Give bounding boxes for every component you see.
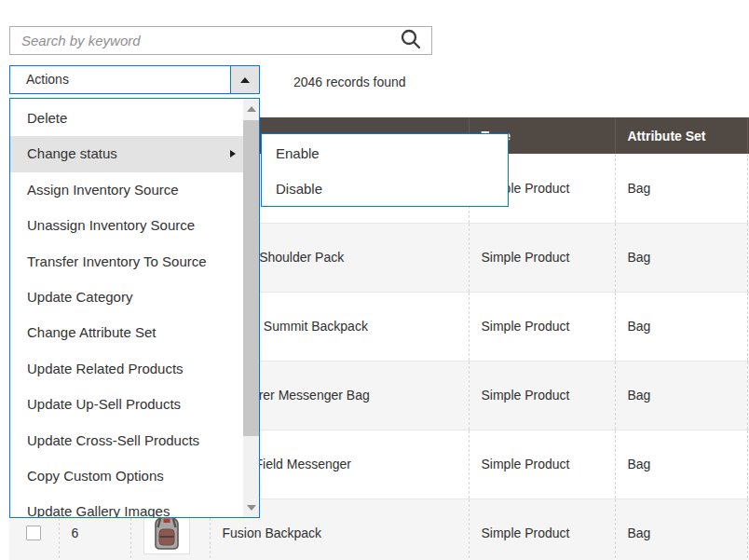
cell-attribute-set: Bag [615,154,747,223]
actions-dropdown-button[interactable]: Actions [9,65,260,94]
menu-item-unassign-inventory-source[interactable]: Unassign Inventory Source [10,208,243,243]
search-input[interactable] [10,27,390,54]
menu-item-update-category[interactable]: Update Category [10,280,243,315]
actions-button-label: Actions [10,66,230,93]
menu-item-delete[interactable]: Delete [10,101,243,136]
records-found-text: 2046 records found [293,75,406,89]
menu-item-transfer-inventory-to-source[interactable]: Transfer Inventory To Source [10,244,243,280]
menu-item-update-up-sell-products[interactable]: Update Up-Sell Products [10,387,243,422]
cell-type: Simple Product [469,499,615,560]
menu-item-label: Change status [27,145,117,161]
scrollbar-thumb[interactable] [243,120,259,436]
scroll-up-button[interactable] [243,101,259,116]
cell-attribute-set: Bag [615,223,747,292]
cell-attribute-set: Bag [615,430,747,499]
menu-scrollbar[interactable] [243,99,259,517]
actions-menu: Delete Change status Assign Inventory So… [9,98,260,518]
product-grid-page: Actions 2046 records found Type Attribut… [0,0,749,560]
chevron-up-icon [240,77,250,83]
search-icon [399,27,423,54]
menu-item-change-status[interactable]: Change status [10,136,243,171]
scroll-up-icon [247,106,256,112]
row-checkbox[interactable] [26,526,41,540]
menu-item-update-cross-sell-products[interactable]: Update Cross-Sell Products [10,423,243,458]
menu-item-change-attribute-set[interactable]: Change Attribute Set [10,315,243,350]
scroll-down-icon [247,505,256,511]
change-status-submenu: Enable Disable [261,133,509,207]
submenu-item-enable[interactable]: Enable [262,136,508,171]
menu-item-copy-custom-options[interactable]: Copy Custom Options [10,458,243,494]
cell-attribute-set: Bag [615,361,747,430]
column-header-attribute-set[interactable]: Attribute Set [615,117,747,154]
cell-type: Simple Product [469,430,615,499]
menu-item-update-gallery-images[interactable]: Update Gallery Images [10,494,243,518]
menu-item-update-related-products[interactable]: Update Related Products [10,351,243,387]
cell-attribute-set: Bag [615,292,747,361]
cell-type: Simple Product [469,361,615,430]
backpack-image [150,512,184,554]
actions-dropdown-toggle[interactable] [230,66,259,93]
cell-type: Simple Product [469,292,615,361]
keyword-search-field [9,26,432,55]
search-button[interactable] [390,27,431,54]
scroll-down-button[interactable] [243,499,259,515]
menu-item-assign-inventory-source[interactable]: Assign Inventory Source [10,172,243,208]
cell-attribute-set: Bag [615,499,747,560]
cell-type: Simple Product [469,223,615,292]
submenu-arrow-icon [230,150,236,157]
submenu-item-disable[interactable]: Disable [262,171,508,207]
